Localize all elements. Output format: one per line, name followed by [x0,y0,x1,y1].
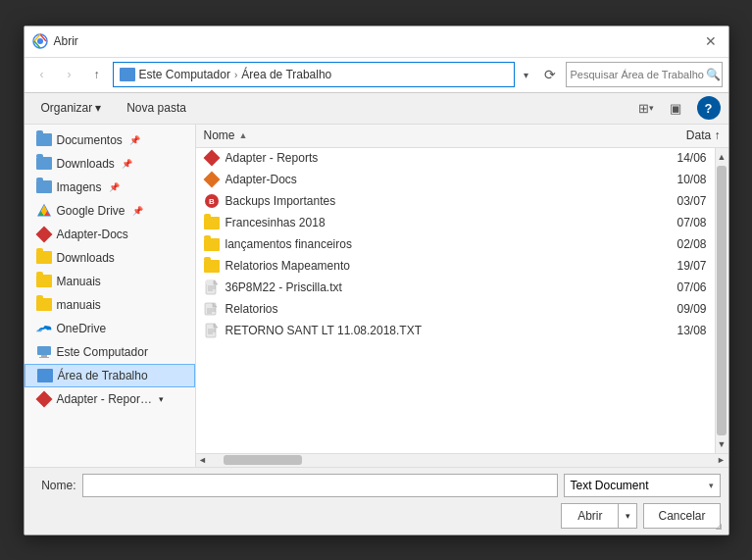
toolbar: Organizar ▾ Nova pasta ⊞ ▾ ▣ ? [25,93,728,125]
hscroll-left-arrow[interactable]: ◄ [196,453,210,467]
sidebar-item-manuais[interactable]: Manuais [25,270,195,293]
file-name-adapter-reports: Adapter - Reports [226,151,642,165]
resize-handle[interactable]: ⊿ [715,521,727,533]
file-date-priscilla: 07/06 [648,280,707,294]
close-button[interactable]: ✕ [701,31,721,51]
view-buttons: ⊞ ▾ ▣ [632,96,689,120]
hscroll-thumb[interactable] [224,455,302,465]
file-date-retorno: 13/08 [648,324,707,337]
sidebar-item-manuais2[interactable]: manuais [25,293,195,317]
file-icon-adapter-reports [204,150,220,166]
pin-icon3: 📌 [109,182,120,192]
back-button[interactable]: ‹ [30,63,54,86]
forward-button[interactable]: › [58,63,81,86]
scroll-down-arrow[interactable]: ▼ [716,437,727,451]
filetype-dropdown-arrow: ▾ [709,481,714,490]
sidebar-manuais-icon [36,274,52,289]
file-icon-relatorios-map [204,258,220,274]
dialog-title: Abrir [54,34,701,48]
svg-rect-7 [41,355,47,357]
filetype-dropdown[interactable]: Text Document ▾ [564,474,721,497]
hscroll-track[interactable] [224,455,701,465]
filename-input[interactable] [82,474,558,497]
col-name-header[interactable]: Nome ▲ [200,128,666,142]
organize-button[interactable]: Organizar ▾ [32,96,111,120]
sidebar-item-computer[interactable]: Este Computador [25,340,195,364]
new-folder-label: Nova pasta [126,101,186,115]
file-row-adapter-reports[interactable]: Adapter - Reports 14/06 [196,148,715,170]
sidebar-adapter-reports-label: Adapter - Repor… [57,392,152,406]
sidebar-onedrive-label: OneDrive [57,322,107,335]
filename-row: Nome: Text Document ▾ [32,474,721,497]
sidebar-desktop-label: Área de Trabalho [58,369,148,382]
pin-icon: 📌 [129,135,140,145]
sidebar-item-downloads-pinned[interactable]: Downloads 📌 [25,152,195,176]
cancel-button[interactable]: Cancelar [643,503,720,529]
file-row-relatorios[interactable]: Relatorios 09/09 [196,299,715,321]
vertical-scrollbar[interactable]: ▲ ▼ [715,148,728,453]
horizontal-scrollbar[interactable]: ◄ ► [196,453,728,467]
svg-rect-8 [39,357,49,358]
search-icon: 🔍 [706,68,721,81]
sidebar-adapter-reports-icon [36,391,52,407]
col-date-header[interactable]: Data ↑ [666,128,725,142]
help-button[interactable]: ? [697,96,721,120]
sidebar-imagens-icon [36,179,52,195]
sidebar-desktop-icon [37,368,53,383]
sidebar-item-onedrive[interactable]: OneDrive [25,317,195,340]
file-date-relatorios: 09/09 [648,302,707,316]
file-name-adapter-docs: Adapter-Docs [226,173,642,186]
view-dropdown-icon: ▾ [649,103,654,113]
up-button[interactable]: ↑ [85,63,109,86]
file-list-scroll-area: Adapter - Reports 14/06 Adapter-Docs 10/… [196,148,728,453]
file-row-francesinhas[interactable]: Francesinhas 2018 07/08 [196,213,715,234]
path-current: Área de Trabalho [241,68,331,81]
file-row-adapter-docs[interactable]: Adapter-Docs 10/08 [196,170,715,191]
main-content: Documentos 📌 Downloads 📌 Imagens 📌 [25,125,728,467]
address-path[interactable]: Este Computador › Área de Trabalho [113,62,515,87]
sidebar-item-downloads2[interactable]: Downloads [25,246,195,270]
scroll-up-arrow[interactable]: ▲ [716,150,727,164]
sidebar-item-gdrive[interactable]: Google Drive 📌 [25,199,195,223]
search-input[interactable] [571,69,706,80]
sidebar-item-documentos[interactable]: Documentos 📌 [25,128,195,152]
pin-icon4: 📌 [132,206,143,216]
buttons-row: Abrir ▾ Cancelar [32,503,721,529]
sidebar-item-imagens[interactable]: Imagens 📌 [25,176,195,199]
sidebar-downloads2-label: Downloads [57,251,115,265]
open-arrow-button[interactable]: ▾ [618,503,637,529]
hscroll-right-arrow[interactable]: ► [715,453,728,467]
open-button-group: Abrir ▾ [561,503,637,529]
file-name-relatorios-map: Relatorios Mapeamento [226,259,642,273]
path-root: Este Computador [139,68,230,81]
svg-point-1 [37,38,43,44]
sidebar-adapter-docs-label: Adapter-Docs [57,228,128,241]
file-icon-adapter-docs [204,172,220,187]
view-pane-icon: ▣ [670,101,681,116]
open-label: Abrir [577,509,602,523]
file-row-relatorios-map[interactable]: Relatorios Mapeamento 19/07 [196,256,715,278]
file-row-backups[interactable]: B Backups Importantes 03/07 [196,191,715,213]
path-dropdown-button[interactable]: ▾ [519,62,534,87]
sidebar-adapter-docs-icon [36,227,52,242]
view-grid-icon: ⊞ [638,101,649,116]
view-grid-button[interactable]: ⊞ ▾ [632,96,660,120]
file-list: Adapter - Reports 14/06 Adapter-Docs 10/… [196,148,715,453]
sidebar-downloads2-icon [36,250,52,266]
file-row-lancamentos[interactable]: lançamentos financeiros 02/08 [196,234,715,256]
file-row-retorno[interactable]: RETORNO SANT LT 11.08.2018.TXT 13/08 [196,321,715,342]
help-icon: ? [705,101,713,116]
sidebar-item-adapter-reports[interactable]: Adapter - Repor… ▾ [25,387,195,411]
scroll-thumb[interactable] [717,166,727,435]
path-arrow: › [234,70,237,80]
view-pane-button[interactable]: ▣ [662,96,689,120]
cancel-label: Cancelar [658,509,705,523]
file-row-priscilla[interactable]: 36P8M22 - Priscilla.txt 07/06 [196,278,715,299]
sidebar-item-adapter-docs[interactable]: Adapter-Docs [25,223,195,246]
new-folder-button[interactable]: Nova pasta [118,96,195,120]
refresh-button[interactable]: ⟳ [538,62,562,87]
file-date-adapter-reports: 14/06 [648,151,707,165]
sidebar-item-desktop[interactable]: Área de Trabalho [25,364,195,387]
file-date-francesinhas: 07/08 [648,216,707,229]
open-button[interactable]: Abrir [561,503,618,529]
